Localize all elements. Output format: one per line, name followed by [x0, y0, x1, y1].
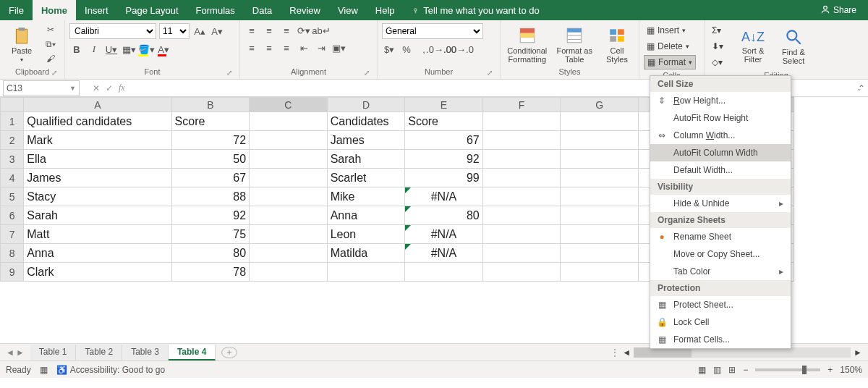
- sheet-tab-table-1[interactable]: Table 1: [30, 345, 77, 360]
- cell-B5[interactable]: 88: [171, 187, 250, 206]
- cell-C9[interactable]: [250, 263, 328, 282]
- percent-icon[interactable]: %: [399, 42, 414, 56]
- menu-row-height[interactable]: ⇕Row Height...: [650, 92, 791, 109]
- cell-A2[interactable]: Mark: [24, 131, 171, 150]
- cell-F1[interactable]: [482, 112, 561, 131]
- sort-filter-button[interactable]: A↓Z Sort & Filter: [735, 23, 771, 69]
- cell-E9[interactable]: [405, 263, 483, 282]
- tab-help[interactable]: Help: [367, 0, 404, 20]
- col-header-G[interactable]: G: [561, 98, 639, 112]
- underline-button[interactable]: U▾: [104, 42, 119, 56]
- row-header-2[interactable]: 2: [1, 131, 24, 150]
- menu-hide-unhide[interactable]: Hide & Unhide▸: [650, 195, 791, 212]
- cell-C5[interactable]: [250, 187, 328, 206]
- cell-G8[interactable]: [561, 244, 639, 263]
- align-left-icon[interactable]: ≡: [244, 41, 259, 55]
- cell-D5[interactable]: Mike: [327, 187, 405, 206]
- menu-move-copy-sheet[interactable]: Move or Copy Sheet...: [650, 245, 791, 263]
- cell-E2[interactable]: 67: [405, 131, 483, 150]
- cell-E6[interactable]: 80: [405, 206, 483, 225]
- cell-F9[interactable]: [482, 263, 561, 282]
- cell-C4[interactable]: [250, 169, 328, 187]
- col-header-C[interactable]: C: [250, 98, 328, 112]
- merge-center-icon[interactable]: ▣▾: [331, 41, 346, 55]
- menu-autofit-row-height[interactable]: AutoFit Row Height: [650, 109, 791, 127]
- align-center-icon[interactable]: ≡: [262, 41, 276, 55]
- menu-tab-color[interactable]: Tab Color▸: [650, 263, 791, 280]
- cell-A7[interactable]: Matt: [24, 225, 171, 244]
- sheet-tab-table-4[interactable]: Table 4: [169, 345, 216, 360]
- cell-E8[interactable]: #N/A: [405, 244, 483, 263]
- menu-protect-sheet[interactable]: ▦Protect Sheet...: [650, 296, 791, 313]
- cell-A6[interactable]: Sarah: [24, 206, 171, 225]
- insert-cells-button[interactable]: ▦Insert▾: [644, 23, 696, 38]
- cell-D4[interactable]: Scarlet: [327, 169, 405, 187]
- col-header-F[interactable]: F: [482, 98, 561, 112]
- increase-font-icon[interactable]: A▴: [192, 24, 207, 38]
- row-header-8[interactable]: 8: [1, 244, 24, 263]
- paste-button[interactable]: Paste ▾: [4, 23, 39, 66]
- zoom-slider[interactable]: [755, 368, 820, 371]
- copy-button[interactable]: ⧉▾: [43, 38, 58, 51]
- row-header-7[interactable]: 7: [1, 225, 24, 244]
- cut-button[interactable]: ✂: [43, 23, 58, 36]
- cell-A1[interactable]: Qualified candidates: [24, 112, 171, 131]
- view-layout-icon[interactable]: ▥: [713, 365, 721, 375]
- cell-D3[interactable]: Sarah: [327, 150, 405, 169]
- number-format-select[interactable]: General: [382, 23, 483, 39]
- cell-F8[interactable]: [482, 244, 561, 263]
- cell-B8[interactable]: 80: [171, 244, 250, 263]
- cell-B6[interactable]: 92: [171, 206, 250, 225]
- cell-C3[interactable]: [250, 150, 328, 169]
- row-header-9[interactable]: 9: [1, 263, 24, 282]
- fx-icon[interactable]: fx: [119, 83, 125, 93]
- sheet-tab-table-2[interactable]: Table 2: [76, 345, 122, 360]
- view-pagebreak-icon[interactable]: ⊞: [728, 365, 736, 375]
- alignment-launcher-icon[interactable]: ⤢: [362, 69, 371, 77]
- zoom-out-icon[interactable]: −: [743, 365, 748, 375]
- italic-button[interactable]: I: [87, 42, 101, 56]
- cell-styles-button[interactable]: Cell Styles: [600, 23, 634, 66]
- cell-D8[interactable]: Matilda: [327, 244, 405, 263]
- next-sheet-icon[interactable]: ►: [16, 347, 25, 358]
- share-button[interactable]: Share: [833, 5, 856, 15]
- cell-B7[interactable]: 75: [171, 225, 250, 244]
- cell-C6[interactable]: [250, 206, 328, 225]
- scroll-left-icon[interactable]: ◄: [622, 347, 631, 358]
- bold-button[interactable]: B: [69, 42, 84, 56]
- cell-G6[interactable]: [561, 206, 639, 225]
- cell-D2[interactable]: James: [327, 131, 405, 150]
- col-header-B[interactable]: B: [171, 98, 250, 112]
- cell-F7[interactable]: [482, 225, 561, 244]
- cell-E3[interactable]: 92: [405, 150, 483, 169]
- cell-G5[interactable]: [561, 187, 639, 206]
- cell-A5[interactable]: Stacy: [24, 187, 171, 206]
- tab-file[interactable]: File: [0, 0, 33, 20]
- row-header-6[interactable]: 6: [1, 206, 24, 225]
- cell-G9[interactable]: [561, 263, 639, 282]
- border-button[interactable]: ▦▾: [122, 42, 136, 56]
- align-bottom-icon[interactable]: ≡: [279, 23, 294, 38]
- format-as-table-button[interactable]: Format as Table: [553, 23, 595, 66]
- cell-F5[interactable]: [482, 187, 561, 206]
- conditional-formatting-button[interactable]: Conditional Formatting: [505, 23, 549, 66]
- cell-A8[interactable]: Anna: [24, 244, 171, 263]
- tab-home[interactable]: Home: [33, 0, 76, 20]
- tab-page-layout[interactable]: Page Layout: [117, 0, 187, 20]
- cell-F2[interactable]: [482, 131, 561, 150]
- select-all-cell[interactable]: [1, 98, 24, 112]
- row-header-5[interactable]: 5: [1, 187, 24, 206]
- font-color-button[interactable]: A▾: [156, 42, 171, 56]
- menu-lock-cell[interactable]: 🔒Lock Cell: [650, 313, 791, 331]
- currency-icon[interactable]: $▾: [382, 42, 396, 56]
- cell-C8[interactable]: [250, 244, 328, 263]
- format-painter-button[interactable]: 🖌: [43, 52, 58, 65]
- tab-formulas[interactable]: Formulas: [187, 0, 244, 20]
- cell-E5[interactable]: #N/A: [405, 187, 483, 206]
- delete-cells-button[interactable]: ▦Delete▾: [644, 39, 696, 54]
- orientation-icon[interactable]: ⟳▾: [297, 23, 311, 38]
- menu-autofit-column-width[interactable]: AutoFit Column Width: [650, 144, 791, 161]
- menu-default-width[interactable]: Default Width...: [650, 161, 791, 179]
- cell-C7[interactable]: [250, 225, 328, 244]
- view-normal-icon[interactable]: ▦: [698, 365, 706, 375]
